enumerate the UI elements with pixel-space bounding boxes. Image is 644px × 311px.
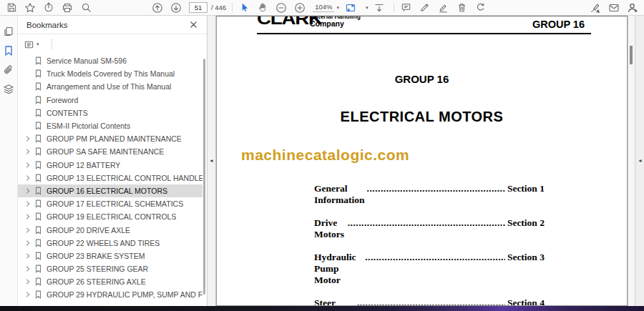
options-dropdown-caret[interactable]: ▾ — [36, 41, 39, 47]
options-divider — [52, 39, 52, 50]
chevron-right-icon[interactable] — [23, 238, 32, 247]
chevron-right-icon[interactable] — [23, 212, 32, 222]
bookmark-item[interactable]: GROUP PM PLANNED MAINTENANCE — [18, 132, 203, 145]
bookmark-item[interactable]: GROUP 12 BATTERY — [18, 159, 203, 172]
chevron-right-icon[interactable] — [23, 290, 32, 300]
pencil-button[interactable] — [419, 2, 430, 14]
bookmark-icon — [34, 290, 43, 300]
bookmark-item[interactable]: GROUP 29 HYDRAULIC PUMP, SUMP AND FILTER… — [18, 288, 203, 301]
bookmark-label: GROUP 12 BATTERY — [47, 161, 120, 169]
email-button[interactable] — [608, 2, 620, 14]
zoom-level-value[interactable]: 104% — [313, 3, 334, 12]
chevron-right-icon[interactable] — [23, 147, 32, 157]
fit-width-button[interactable] — [374, 2, 385, 14]
page-header-group: GROUP 16 — [532, 19, 585, 30]
logo-subtitle-bottom: Company — [310, 19, 344, 28]
page-scrollbar[interactable] — [628, 16, 635, 306]
document-area: CLARK Material Handling Company GROUP 16… — [216, 16, 644, 306]
bookmark-label: GROUP PM PLANNED MAINTENANCE — [47, 134, 182, 143]
chevron-right-icon[interactable] — [23, 160, 32, 169]
toc-row: Hydraulic Pump Motor Section 3 — [314, 252, 545, 286]
bookmark-icon — [34, 173, 43, 182]
bookmark-label: GROUP 20 DRIVE AXLE — [47, 226, 130, 235]
bookmark-item[interactable]: GROUP 22 WHEELS AND TIRES — [18, 237, 203, 250]
bookmark-icon — [34, 134, 43, 144]
share-icon[interactable] — [43, 2, 54, 14]
bookmark-icon — [34, 82, 43, 92]
chevron-right-icon[interactable] — [23, 199, 32, 209]
page-down-button[interactable] — [170, 2, 182, 14]
zoom-dropdown-caret[interactable]: ▾ — [336, 5, 339, 11]
bookmark-item[interactable]: GROUP 20 DRIVE AXLE — [18, 223, 203, 236]
bookmark-item[interactable]: GROUP 26 STEERING AXLE — [18, 275, 203, 288]
bookmark-item[interactable]: GROUP 23 BRAKE SYSTEM — [18, 250, 203, 262]
bookmark-item[interactable]: Service Manual SM-596 — [18, 54, 203, 67]
right-edge-strip: ◄ — [635, 16, 644, 306]
bookmark-icon — [34, 265, 43, 274]
panel-icon-strip — [0, 16, 18, 306]
signature-button[interactable] — [590, 2, 601, 14]
fit-page-button[interactable] — [345, 2, 356, 14]
layers-panel-icon[interactable] — [3, 84, 14, 95]
collapse-right-icon[interactable]: ◄ — [638, 158, 643, 163]
pages-panel-icon[interactable] — [3, 26, 14, 37]
search-icon[interactable] — [80, 2, 92, 14]
pdf-page: CLARK Material Handling Company GROUP 16… — [216, 16, 628, 306]
bookmark-label: GROUP 19 ELECTRICAL CONTROLS — [47, 212, 176, 221]
bookmark-item[interactable]: GROUP 13 ELECTRICAL CONTROL HANDLE — [18, 172, 203, 184]
bookmark-label: ESM-II Pictorial Contents — [47, 122, 130, 130]
bookmarks-scrollbar[interactable] — [203, 59, 205, 295]
bookmark-icon — [34, 225, 43, 235]
chevron-right-icon[interactable] — [23, 225, 32, 235]
highlighter-button[interactable] — [437, 2, 449, 14]
attachments-panel-icon[interactable] — [3, 64, 14, 76]
bookmark-item[interactable]: CONTENTS — [18, 107, 203, 119]
bookmark-icon — [34, 56, 43, 66]
chevron-right-icon[interactable] — [23, 277, 32, 287]
page-up-button[interactable] — [152, 2, 163, 14]
collapse-panel-icon[interactable]: ◄ — [209, 158, 214, 163]
bookmark-item[interactable]: Arrangement and Use of This Manual — [18, 80, 203, 93]
toc-section: Section 1 — [507, 183, 545, 194]
chevron-right-icon[interactable] — [23, 134, 32, 144]
bookmarks-header: Bookmarks — [18, 16, 207, 34]
toc-label: General Information — [314, 183, 365, 206]
bookmark-item[interactable]: GROUP 16 ELECTRICAL MOTORS — [18, 184, 203, 197]
select-cursor-icon[interactable] — [238, 2, 250, 14]
fit-dropdown-caret[interactable]: ▾ — [366, 5, 369, 11]
save-icon[interactable] — [6, 2, 17, 14]
bookmarks-panel-icon[interactable] — [3, 45, 14, 56]
group-title: GROUP 16 — [217, 73, 627, 85]
bookmark-item[interactable]: GROUP 17 ELECTRICAL SCHEMATICS — [18, 197, 203, 210]
header-rule — [257, 33, 591, 34]
comment-button[interactable] — [400, 2, 411, 14]
favorite-star-icon[interactable] — [24, 2, 36, 14]
bookmark-item[interactable]: GROUP 19 ELECTRICAL CONTROLS — [18, 210, 203, 223]
toolbar: / 446 104% ▾ ▾ — [0, 0, 644, 16]
print-icon[interactable] — [62, 2, 73, 14]
bookmark-item[interactable]: ESM-II Pictorial Contents — [18, 119, 203, 132]
chevron-right-icon[interactable] — [23, 173, 32, 182]
zoom-out-button[interactable] — [275, 2, 287, 14]
chevron-right-icon[interactable] — [23, 251, 32, 260]
chevron-right-icon[interactable] — [23, 186, 32, 195]
trash-button[interactable] — [456, 2, 467, 14]
panel-divider[interactable]: ◄ — [208, 16, 216, 306]
page-scrollbar-thumb[interactable] — [630, 46, 633, 64]
bookmark-item[interactable]: GROUP SA SAFE MAINTENANCE — [18, 145, 203, 158]
hand-tool-icon[interactable] — [257, 2, 268, 14]
bookmark-item[interactable]: GROUP 25 STEERING GEAR — [18, 262, 203, 275]
bookmark-icon — [34, 160, 43, 169]
bookmark-label: Arrangement and Use of This Manual — [47, 82, 171, 91]
bookmark-icon — [34, 251, 43, 260]
bookmark-item[interactable]: Foreword — [18, 94, 203, 107]
zoom-in-button[interactable] — [294, 2, 306, 14]
rotate-button[interactable] — [474, 2, 486, 14]
close-panel-icon[interactable] — [188, 20, 198, 30]
chevron-right-icon[interactable] — [23, 265, 32, 274]
bookmarks-options-button[interactable]: ▾ — [24, 39, 45, 50]
page-number-input[interactable] — [189, 2, 208, 13]
profile-button[interactable] — [627, 2, 638, 14]
bookmark-item[interactable]: Truck Models Covered by This Manual — [18, 67, 203, 80]
bookmark-label: GROUP SA SAFE MAINTENANCE — [47, 147, 164, 156]
